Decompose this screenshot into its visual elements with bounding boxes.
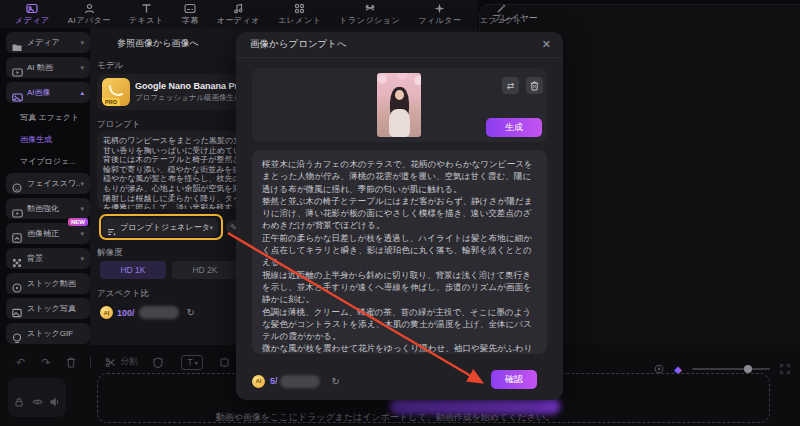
modal-footer: AI 5/ ↻ 確認 (252, 370, 547, 392)
tab-label: フィルター (418, 15, 461, 26)
sidebar-item-media[interactable]: メディア (6, 32, 90, 53)
trash-icon (530, 81, 539, 91)
effect-icon (495, 3, 508, 14)
modal-title: 画像からプロンプトへ (250, 38, 347, 51)
credits-count: 100/ (117, 308, 135, 318)
refresh-icon[interactable]: ↻ (332, 376, 340, 387)
avatar-icon (83, 3, 96, 14)
chevron-down-icon (80, 230, 84, 238)
chevron-down-icon (80, 255, 84, 263)
generate-button[interactable]: 生成 (486, 118, 542, 137)
drop-zone-hint: 動画や画像をここにドラッグまたはインポートして、動画作成を始めてください。 (0, 411, 770, 424)
crop-icon[interactable] (219, 357, 230, 368)
close-icon[interactable]: ✕ (542, 38, 551, 51)
image-icon (12, 88, 23, 98)
new-badge: NEW (68, 218, 88, 226)
tab-effect[interactable]: エフェクト (472, 2, 529, 27)
trash-icon[interactable] (66, 357, 76, 368)
sidebar-item-ai-video[interactable]: AI 動画 (6, 57, 90, 78)
left-sidebar: メディア AI 動画 AI画像 写真 エフェクト 画像生成 マイプロジェ... … (6, 32, 90, 344)
tab-text[interactable]: テキスト (122, 2, 171, 27)
sidebar-item-image-correction[interactable]: 画像補正 NEW (6, 223, 90, 244)
speaker-icon[interactable] (50, 393, 60, 403)
tab-filter[interactable]: フィルター (411, 2, 468, 27)
undo-icon[interactable]: ↶ (16, 357, 25, 368)
sidebar-item-video-enhance[interactable]: 動画強化 (6, 198, 90, 219)
tab-transition[interactable]: トランジション (332, 2, 407, 27)
tab-element[interactable]: エレメント (271, 2, 328, 27)
prompt-textarea[interactable]: 花柄のワンピースをまとった黒髪の女 甘い香りを胸いっぱいに受け止めてい 背後には… (97, 131, 238, 209)
adjust-icon (12, 229, 23, 239)
modal-credits-count: 5/ (270, 376, 278, 386)
resolution-option-hd1k[interactable]: HD 1K (100, 261, 166, 279)
image-upload-area: ⇄ 生成 (252, 68, 547, 142)
tab-ai-avatar[interactable]: AIアバター (61, 2, 118, 27)
chevron-down-icon (80, 39, 84, 47)
split-label: 分割 (120, 356, 137, 368)
sidebar-item-stock-gif[interactable]: ストックGIF (6, 323, 90, 344)
model-description: プロフェッショナル級画像生成 (135, 93, 242, 103)
top-tabs: メディア AIアバター テキスト 字幕 オーディオ エレメント (8, 2, 530, 27)
prompt-generator-button[interactable]: プロンプトジェネレーター (102, 218, 218, 237)
pro-badge: PRO (102, 98, 120, 106)
sidebar-item-ai-image[interactable]: AI画像 (6, 82, 90, 103)
confirm-button[interactable]: 確認 (491, 370, 537, 389)
resolution-label: 解像度 (97, 247, 123, 259)
resolution-option-hd2k[interactable]: HD 2K (172, 261, 238, 279)
tab-reference-image[interactable]: 参照画像から画像へ (117, 37, 199, 50)
sidebar-item-photo-effect[interactable]: 写真 エフェクト (20, 107, 90, 127)
model-selector[interactable]: PRO Google Nano Banana Pro プロフェッショナル級画像生… (97, 74, 247, 110)
fit-timeline-icon[interactable] (780, 364, 790, 374)
chevron-down-icon (80, 205, 84, 213)
chevron-down-icon (80, 180, 84, 188)
ai-coin-icon: AI (252, 375, 265, 388)
text-tool-button[interactable]: T▾ (181, 355, 203, 370)
model-thumbnail-banana-icon: PRO (102, 78, 130, 106)
folder-icon (12, 38, 23, 48)
sidebar-item-background[interactable]: 背景 (6, 248, 90, 269)
enhance-icon (12, 204, 23, 214)
subtitle-icon (184, 3, 197, 14)
figure-face (395, 90, 404, 100)
refresh-icon[interactable]: ↻ (187, 307, 195, 318)
chevron-down-icon (80, 64, 84, 72)
model-label: モデル (97, 60, 123, 72)
stock-photo-icon (12, 304, 23, 314)
credits-blurred-value (139, 306, 179, 319)
stock-video-icon (12, 279, 23, 289)
credits-row: AI 100/ ↻ (100, 306, 195, 319)
eye-icon[interactable] (32, 393, 42, 403)
video-icon (12, 63, 23, 73)
modal-header: 画像からプロンプトへ ✕ (236, 32, 563, 58)
modal-credits-blurred-value (280, 375, 320, 388)
delete-image-button[interactable] (526, 77, 543, 94)
sidebar-item-stock-photo[interactable]: ストック写真 (6, 298, 90, 319)
model-name: Google Nano Banana Pro (135, 81, 242, 91)
scissors-icon (105, 357, 116, 368)
split-button[interactable]: 分割 (105, 356, 137, 368)
swap-image-button[interactable]: ⇄ (502, 77, 519, 94)
toolbar-divider (90, 356, 91, 368)
video-editor-app: メディア AIアバター テキスト 字幕 オーディオ エレメント (0, 0, 800, 426)
prompt-generator-label: プロンプトジェネレーター (120, 222, 209, 233)
mask-icon[interactable] (153, 357, 163, 368)
uploaded-image-thumbnail[interactable] (377, 73, 421, 137)
tab-label: エフェクト (479, 15, 522, 26)
figure-dress (389, 109, 410, 137)
tab-audio[interactable]: オーディオ (210, 2, 267, 27)
sidebar-item-face-swap[interactable]: フェイススワ... (6, 173, 90, 194)
generated-prompt-result[interactable]: 桜並木に沿うカフェの木のテラスで、花柄のやわらかなワンピースをまとった人物が佇み… (252, 150, 547, 354)
tab-media[interactable]: メディア (8, 2, 57, 27)
prompt-label: プロンプト (97, 119, 141, 131)
redo-icon[interactable]: ↷ (41, 357, 50, 368)
sidebar-item-image-generation[interactable]: 画像生成 (20, 129, 90, 149)
ai-coin-icon: AI (100, 306, 113, 319)
media-icon (26, 3, 39, 14)
tab-subtitle[interactable]: 字幕 (175, 2, 206, 27)
sidebar-item-stock-video[interactable]: ストック動画 (6, 273, 90, 294)
chevron-down-icon (209, 224, 213, 232)
sidebar-item-my-projects[interactable]: マイプロジェ... (20, 151, 90, 171)
lock-icon[interactable] (14, 393, 24, 403)
chevron-up-icon (80, 89, 84, 97)
slider-knob[interactable] (744, 365, 752, 373)
